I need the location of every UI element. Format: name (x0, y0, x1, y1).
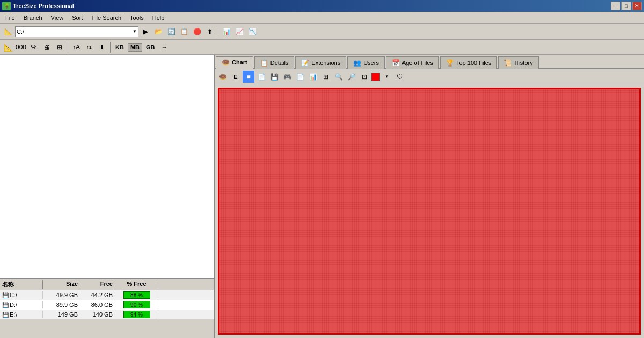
chart-explode-btn[interactable]: E (230, 71, 241, 83)
col-free: Free (80, 280, 115, 289)
path-combo[interactable]: C:\ ▼ (15, 26, 138, 37)
history-tab-icon: 📜 (504, 59, 512, 67)
title-bar: 🌳 TreeSize Professional ─ □ ✕ (0, 0, 644, 12)
up-button[interactable]: ⬆ (204, 26, 216, 38)
unit-gb-button[interactable]: GB (143, 43, 158, 52)
drive-d-name: 💾 D:\ (0, 301, 43, 308)
left-panel: 名称 Size Free % Free 💾 C:\ 49.9 GB 44.2 G… (0, 55, 215, 338)
percent-button[interactable]: % (28, 41, 40, 53)
age-tab-icon: 📅 (392, 59, 400, 67)
drive-d-icon: 💾 (2, 302, 9, 308)
tree-area[interactable] (0, 55, 214, 279)
tab-bar: 🍩 Chart 📋 Details 📝 Extensions 👥 Users 📅… (215, 55, 644, 69)
tab-chart[interactable]: 🍩 Chart (216, 56, 253, 69)
tab-age[interactable]: 📅 Age of Files (386, 56, 439, 69)
col-name: 名称 (0, 280, 43, 289)
combo-arrow[interactable]: ▼ (133, 29, 137, 34)
chart-grid-btn[interactable]: ⊞ (320, 71, 332, 83)
report-button[interactable]: 📈 (233, 26, 245, 38)
toolbar-1: 📐 C:\ ▼ ▶ 📂 🔄 📋 🛑 ⬆ 📊 📈 📉 (0, 24, 644, 40)
maximize-button[interactable]: □ (621, 2, 631, 10)
tab-details[interactable]: 📋 Details (254, 56, 295, 69)
drive-list-header: 名称 Size Free % Free (0, 279, 214, 290)
minimize-button[interactable]: ─ (611, 2, 620, 10)
treemap-button[interactable]: 📐 (2, 41, 14, 53)
top100-tab-label: Top 100 Files (456, 60, 491, 66)
main-layout: 名称 Size Free % Free 💾 C:\ 49.9 GB 44.2 G… (0, 55, 644, 338)
chart-zoomin-btn[interactable]: 🔍 (333, 71, 345, 83)
chart-shield-btn[interactable]: 🛡 (394, 71, 406, 83)
expand-button[interactable]: ↔ (159, 41, 171, 53)
toolbar-2: 📐 000 % 🖨 ⊞ ↑A ↑1 ⬇ KB MB GB ↔ (0, 40, 644, 55)
drive-row-e[interactable]: 💾 E:\ 149 GB 140 GB 94 % (0, 310, 214, 319)
print-button[interactable]: 🖨 (41, 41, 53, 53)
grid-button[interactable]: ⊞ (54, 41, 65, 53)
export-button[interactable]: 📊 (221, 26, 232, 38)
sort-num-button[interactable]: ↑1 (83, 41, 95, 53)
scan-button[interactable]: 📐 (2, 26, 14, 38)
menu-file[interactable]: File (1, 13, 19, 22)
drive-c-pct: 88 % (115, 291, 158, 299)
col-size: Size (43, 280, 80, 289)
extensions-tab-icon: 📝 (301, 59, 309, 67)
drive-c-size: 49.9 GB (43, 291, 80, 299)
chart-tab-label: Chart (232, 59, 247, 66)
chart-toolbar: 🍩 E ■ 📄 💾 🎮 📄 📊 ⊞ 🔍 🔎 ⊡ ▼ 🛡 (215, 69, 644, 84)
drive-e-bar: 94 % (123, 311, 150, 318)
tab-extensions[interactable]: 📝 Extensions (295, 56, 346, 69)
chart-fit-btn[interactable]: ⊡ (358, 71, 370, 83)
drive-d-bar: 90 % (123, 301, 150, 308)
drive-c-icon: 💾 (2, 292, 9, 298)
sort-alpha-button[interactable]: ↑A (70, 41, 82, 53)
count-button[interactable]: 000 (15, 41, 27, 53)
menu-bar: File Branch View Sort File Search Tools … (0, 12, 644, 24)
menu-help[interactable]: Help (148, 13, 169, 22)
chart-treemap-btn[interactable]: ■ (243, 71, 254, 83)
go-button[interactable]: ▶ (140, 26, 151, 38)
tab-top100[interactable]: 🏆 Top 100 Files (440, 56, 497, 69)
chart-color-dropdown[interactable]: ▼ (381, 71, 393, 83)
menu-tools[interactable]: Tools (126, 13, 148, 22)
app-title: TreeSize Professional (13, 3, 74, 9)
menu-view[interactable]: View (47, 13, 68, 22)
history-tab-label: History (514, 60, 532, 66)
close-button[interactable]: ✕ (632, 2, 642, 10)
drive-c-name: 💾 C:\ (0, 291, 43, 299)
chart-export-btn[interactable]: 💾 (268, 71, 280, 83)
chart-tab-icon: 🍩 (222, 59, 230, 66)
chart-save-btn[interactable]: 📄 (255, 71, 267, 83)
menu-branch[interactable]: Branch (19, 13, 47, 22)
path-text: C:\ (17, 28, 24, 35)
menu-sort[interactable]: Sort (68, 13, 87, 22)
chart-zoomout-btn[interactable]: 🔎 (346, 71, 357, 83)
tab-history[interactable]: 📜 History (498, 56, 538, 69)
open-button[interactable]: 📂 (152, 26, 164, 38)
drive-row-c[interactable]: 💾 C:\ 49.9 GB 44.2 GB 88 % (0, 290, 214, 300)
drive-e-free: 140 GB (80, 311, 115, 318)
drive-e-name: 💾 E:\ (0, 311, 43, 318)
sort-desc-button[interactable]: ⬇ (96, 41, 108, 53)
drive-e-icon: 💾 (2, 312, 9, 318)
unit-mb-button[interactable]: MB (128, 43, 142, 52)
drive-row-d[interactable]: 💾 D:\ 89.9 GB 86.0 GB 90 % (0, 300, 214, 310)
chart-color-btn[interactable] (371, 73, 380, 81)
scan-all-button[interactable]: 📋 (178, 26, 190, 38)
right-panel: 🍩 Chart 📋 Details 📝 Extensions 👥 Users 📅… (215, 55, 644, 338)
chart-game-btn[interactable]: 🎮 (281, 71, 293, 83)
stop-button[interactable]: 🛑 (191, 26, 203, 38)
chart-doc-btn[interactable]: 📄 (294, 71, 306, 83)
chart-canvas (218, 88, 641, 335)
age-tab-label: Age of Files (402, 60, 433, 66)
drive-list: 名称 Size Free % Free 💾 C:\ 49.9 GB 44.2 G… (0, 279, 214, 338)
menu-filesearch[interactable]: File Search (87, 13, 126, 22)
drive-d-size: 89.9 GB (43, 301, 80, 308)
chart-area[interactable] (215, 84, 644, 338)
chart-type-donut[interactable]: 🍩 (217, 71, 229, 83)
app-icon: 🌳 (2, 2, 11, 10)
tab-users[interactable]: 👥 Users (347, 56, 385, 69)
compare-button[interactable]: 📉 (246, 26, 258, 38)
refresh-button[interactable]: 🔄 (165, 26, 177, 38)
unit-kb-button[interactable]: KB (113, 43, 127, 52)
extensions-tab-label: Extensions (311, 60, 340, 66)
chart-bar-btn[interactable]: 📊 (307, 71, 319, 83)
